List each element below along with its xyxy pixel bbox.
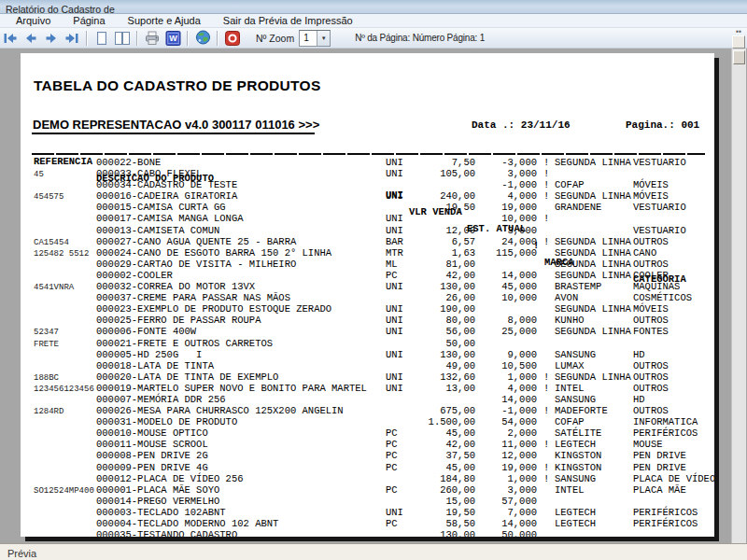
table-row: 000012-PLACA DE VÍDEO 256184,801,000!SAN… <box>21 473 714 484</box>
cell-descricao: 000013-CAMISETA COMUN <box>96 225 219 236</box>
cell-descricao: 000017-CAMISA MANGA LONGA <box>96 213 244 224</box>
cell-vlr-venda: 105,00 <box>394 168 475 179</box>
first-page-button[interactable] <box>1 30 20 47</box>
cell-vlr-venda: 240,00 <box>394 190 475 202</box>
cell-descricao: 000020-LATA DE TINTA DE EXEMPLO <box>96 371 278 383</box>
cell-categoria: MOUSE <box>633 439 663 450</box>
cell-flag: ! <box>543 405 549 416</box>
table-row: 454575000016-CADEIRA GIRATORIAUNI240,004… <box>21 190 714 202</box>
two-page-view-button[interactable] <box>113 30 132 47</box>
menu-suporte-ajuda[interactable]: Suporte e Ajuda <box>117 14 212 27</box>
cell-flag: ! <box>543 462 549 473</box>
table-row: 000015-CAMISA CURTA GG19,5019,000GRANDEN… <box>21 202 714 213</box>
cell-vlr-venda: 19,50 <box>394 507 475 518</box>
table-row: 000034-CADASTRO DE TESTE-1,000!COFAPMÓVE… <box>21 179 714 190</box>
table-row: 000035-TESTANDO CADASTRO130,0050,000 <box>21 529 714 537</box>
single-page-view-button[interactable] <box>92 30 111 47</box>
cell-descricao: 000023-EXEMPLO DE PRODUTO ESTOQUE ZERADO <box>96 303 331 315</box>
cell-descricao: 000009-PEN DRIVE 4G <box>96 462 208 473</box>
cell-marca: AVON <box>555 292 578 303</box>
cell-descricao: 000012-PLACA DE VÍDEO 256 <box>96 473 244 484</box>
table-row: 000009-PEN DRIVE 4GPC45,0019,000!KINGSTO… <box>21 462 714 473</box>
table-row: 45000033-CABO FLEXELUNI105,003,000! <box>21 168 714 179</box>
table-row: 000010-MOUSE OPTICOPC45,002,000SATÉLITEP… <box>21 427 714 439</box>
cell-marca: KINGSTON <box>555 450 601 461</box>
previous-page-button[interactable] <box>21 30 40 47</box>
mini-printer-icon: ▪▪ <box>736 27 741 35</box>
cell-vlr-venda: 45,00 <box>394 462 475 473</box>
cell-vlr-venda: 675,00 <box>394 405 475 416</box>
last-page-button[interactable] <box>63 30 81 47</box>
cell-vlr-venda: 49,00 <box>394 360 475 371</box>
export-html-button[interactable] <box>193 30 212 47</box>
cell-est-atual: 2,000 <box>481 427 537 439</box>
cell-descricao: 000004-TECLADO MODERNO 102 ABNT <box>96 518 278 529</box>
cell-vlr-venda: 42,00 <box>394 270 475 281</box>
header-rule <box>32 153 705 155</box>
table-row: 000018-LATA DE TINTA49,0010,500LUMAXOUTR… <box>21 360 714 371</box>
cell-est-atual: 19,000 <box>481 202 537 213</box>
zoom-select[interactable]: 1 ▼ <box>299 30 331 47</box>
print-button[interactable] <box>143 30 162 47</box>
cell-descricao: 000037-CREME PARA PASSAR NAS MÃOS <box>96 292 290 303</box>
cell-categoria: HD <box>633 394 645 405</box>
cell-descricao: 000032-CORREA DO MOTOR 13VX <box>96 281 255 292</box>
export-pdf-button[interactable] <box>223 30 242 47</box>
cell-flag: ! <box>543 473 549 484</box>
table-row: CA15454000027-CANO AGUA QUENTE 25 - BARR… <box>21 236 714 247</box>
cell-marca: SEGUNDA LINHA <box>555 259 631 270</box>
cell-est-atual: 1,000 <box>481 371 537 383</box>
table-row: 4541VNRA000032-CORREA DO MOTOR 13VXUNI13… <box>21 281 714 292</box>
cell-est-atual: 14,000 <box>481 518 537 529</box>
table-row: 000031-MODELO DE PRODUTO1.500,0054,000CO… <box>21 416 714 427</box>
report-date: Data .: 23/11/16 <box>472 119 571 131</box>
page-number-info: Nº da Página: Número Página: 1 <box>355 33 485 43</box>
cell-vlr-venda: 15,00 <box>394 496 475 507</box>
cell-est-atual: 9,000 <box>481 349 537 360</box>
cell-descricao: 000029-CARTAO DE VISITA - MILHEIRO <box>96 259 296 270</box>
chevron-down-icon[interactable]: ▼ <box>317 31 330 46</box>
cell-vlr-venda: 260,00 <box>394 484 475 496</box>
cell-marca: SANSUNG <box>555 394 596 405</box>
next-page-icon <box>44 32 59 45</box>
menu-sair-previa[interactable]: Sair da Prévia de Impressão <box>212 14 364 27</box>
cell-vlr-venda: 56,00 <box>394 326 475 337</box>
cell-marca: SEGUNDA LINHA <box>555 190 631 202</box>
report-page: TABELA DO CADASTRO DE PRODUTOS DEMO REPR… <box>21 53 714 537</box>
cell-vlr-venda: 130,00 <box>394 529 475 537</box>
cell-marca: SEGUNDA LINHA <box>555 371 631 383</box>
table-row: 52347000006-FONTE 400WUNI56,0025,000SEGU… <box>21 326 714 337</box>
mini-toolbar-button[interactable] <box>732 35 745 49</box>
cell-categoria: OUTROS <box>633 259 669 270</box>
cell-descricao: 000031-MODELO DE PRODUTO <box>96 416 237 427</box>
cell-descricao: 000016-CADEIRA GIRATORIA <box>96 190 237 202</box>
menu-pagina[interactable]: Página <box>62 14 116 27</box>
cell-marca: BRASTEMP <box>555 281 601 292</box>
vertical-scrollbar[interactable] <box>731 49 746 544</box>
report-preview-window: Relatório do Cadastro de Arquivo Página … <box>0 0 747 560</box>
table-row: SO12524MP400000001-PLACA MÃE SOYOPC260,0… <box>21 484 714 496</box>
cell-vlr-venda: 130,00 <box>394 349 475 360</box>
scrollbar-thumb[interactable] <box>733 50 745 64</box>
next-page-button[interactable] <box>42 30 61 47</box>
cell-est-atual: 14,000 <box>481 394 537 405</box>
cell-descricao: 000018-LATA DE TINTA <box>96 360 214 371</box>
cell-categoria: OUTROS <box>633 405 669 416</box>
cell-categoria: VESTUARIO <box>633 225 686 236</box>
menu-arquivo[interactable]: Arquivo <box>0 14 62 27</box>
cell-est-atual: 10,000 <box>481 213 537 224</box>
cell-descricao: 000015-CAMISA CURTA GG <box>96 202 226 213</box>
cell-vlr-venda: 45,00 <box>394 427 475 439</box>
table-row: FRETE000021-FRETE E OUTROS CARRETOS50,00 <box>21 338 714 349</box>
cell-est-atual: -3,000 <box>481 157 537 168</box>
cell-categoria: COSMÉTICOS <box>633 292 692 303</box>
table-row: 000029-CARTAO DE VISITA - MILHEIROML81,0… <box>21 259 714 270</box>
cell-est-atual: 50,000 <box>481 529 537 537</box>
cell-vlr-venda: 190,00 <box>394 303 475 315</box>
cell-est-atual: 10,500 <box>481 360 537 371</box>
printer-icon <box>144 31 161 46</box>
cell-marca: LUMAX <box>555 360 585 371</box>
cell-vlr-venda: 37,50 <box>394 450 475 461</box>
cell-vlr-venda: 42,00 <box>394 439 475 450</box>
export-word-button[interactable]: W <box>163 30 182 47</box>
